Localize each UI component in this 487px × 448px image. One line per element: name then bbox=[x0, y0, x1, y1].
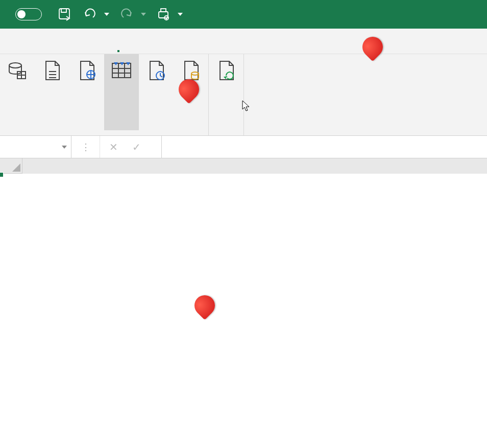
ribbon-tabs bbox=[0, 29, 487, 54]
chevron-down-icon bbox=[62, 146, 67, 149]
formula-bar-buttons: ✕ ✓ bbox=[100, 136, 150, 158]
autosave-toggle[interactable] bbox=[15, 8, 42, 20]
from-table-range-button[interactable] bbox=[104, 54, 139, 130]
name-box-separator: ⋮ bbox=[71, 136, 100, 158]
refresh-all-button[interactable] bbox=[209, 54, 243, 120]
svg-rect-2 bbox=[161, 9, 166, 12]
ribbon-group-label bbox=[0, 130, 208, 135]
quick-access-toolbar bbox=[56, 6, 183, 22]
column-headers bbox=[0, 158, 487, 174]
cancel-icon[interactable]: ✕ bbox=[109, 141, 118, 153]
svg-rect-1 bbox=[159, 12, 168, 18]
tab-insert[interactable] bbox=[47, 29, 67, 54]
from-csv-button[interactable] bbox=[35, 54, 69, 130]
spreadsheet-grid bbox=[0, 158, 487, 174]
undo-icon[interactable] bbox=[82, 6, 98, 22]
formula-bar: ⋮ ✕ ✓ bbox=[0, 136, 487, 158]
tab-layout[interactable] bbox=[67, 29, 88, 54]
enter-icon[interactable]: ✓ bbox=[132, 141, 141, 153]
undo-dropdown-icon[interactable] bbox=[104, 13, 109, 16]
print-preview-icon[interactable] bbox=[155, 6, 172, 22]
callout-1 bbox=[190, 291, 220, 320]
from-web-button[interactable] bbox=[69, 54, 104, 130]
ribbon bbox=[0, 54, 487, 136]
select-all-corner[interactable] bbox=[0, 158, 22, 174]
name-box[interactable] bbox=[0, 136, 71, 158]
svg-rect-7 bbox=[112, 63, 131, 78]
svg-point-4 bbox=[9, 63, 21, 68]
from-web-icon bbox=[75, 58, 99, 83]
selection-rectangle bbox=[0, 174, 2, 176]
get-data-icon bbox=[5, 58, 30, 83]
svg-point-9 bbox=[191, 72, 199, 75]
qat-customize-icon[interactable] bbox=[178, 13, 183, 16]
tab-review[interactable] bbox=[129, 29, 149, 54]
ribbon-group-refresh bbox=[209, 54, 244, 135]
titlebar bbox=[0, 0, 487, 29]
save-icon[interactable] bbox=[56, 6, 72, 22]
ribbon-trailing-label bbox=[244, 54, 250, 135]
tab-file[interactable] bbox=[6, 29, 27, 54]
recent-sources-icon bbox=[144, 58, 168, 83]
tab-home[interactable] bbox=[27, 29, 47, 54]
autosave bbox=[9, 8, 42, 20]
ribbon-group-get-transform bbox=[0, 54, 209, 135]
redo-dropdown-icon[interactable] bbox=[141, 13, 146, 16]
get-data-button[interactable] bbox=[0, 54, 35, 130]
from-csv-icon bbox=[40, 58, 64, 83]
fx-button[interactable] bbox=[150, 136, 162, 158]
redo-icon[interactable] bbox=[118, 6, 135, 22]
recent-sources-button[interactable] bbox=[139, 54, 174, 130]
tab-formulas[interactable] bbox=[88, 29, 108, 54]
tab-data[interactable] bbox=[108, 29, 129, 54]
from-table-icon bbox=[109, 58, 134, 83]
formula-input[interactable] bbox=[162, 136, 487, 158]
refresh-icon bbox=[214, 58, 238, 83]
